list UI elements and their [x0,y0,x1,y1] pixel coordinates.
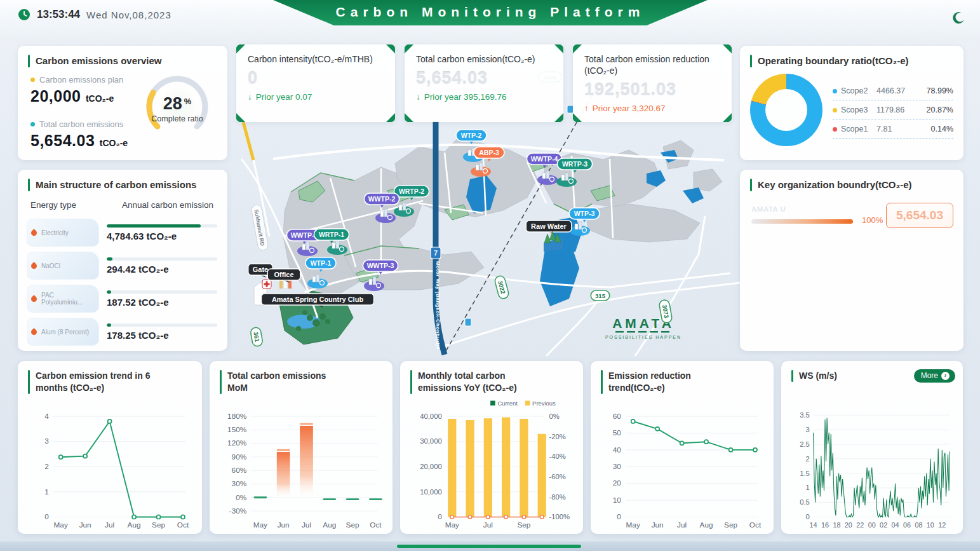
data-point [132,515,136,519]
x-tick-label: Oct [177,520,189,529]
previous-bar [520,419,528,517]
complete-ratio-gauge: 28% Complete ratio [135,67,220,142]
card-title: Monthly total carbon emissions YoY (tCO₂… [400,361,583,394]
energy-bar-track [107,257,217,261]
total-value: 5,654.03 tCO₂-e [30,132,142,150]
card-title-text: WS (m/s) [799,370,837,382]
y-tick-label: 0.5 [800,498,810,506]
corner-mark [236,44,245,53]
flame-icon [30,229,38,237]
data-point [729,448,733,452]
series-line [633,421,755,450]
scope-percent: 0.14% [931,125,953,133]
structure-rows: Electricity 4,784.63 tCO₂-e NaOCl 294.42… [18,210,227,348]
carbon-dashboard: 7 Motor Way (Bangkok-Chonburi) Sukhumvit… [0,0,980,551]
arrow-down-icon: ↓ [416,92,420,102]
data-point [753,448,757,452]
yoy-point [450,515,454,519]
data-point [704,440,708,444]
scope-name: Scope3 [841,105,876,114]
corner-mark [236,113,245,122]
top-bar: Carbon Monitoring Platform 13:53:44 Wed … [0,0,980,39]
corner-mark [554,113,563,122]
flame-icon [30,328,38,336]
x-tick-label: 22 [856,521,864,529]
energy-value: 294.42 tCO₂-e [107,264,217,275]
facility-label: WWTP-3 [367,262,394,269]
energy-bar-fill [107,323,111,327]
y-tick-label: 0 [438,513,441,520]
y2-tick-label: -60% [549,473,566,480]
corner-mark [554,44,563,53]
x-tick-label: 02 [880,521,887,529]
y-tick-label: 20 [613,479,622,487]
motorway-label: Motor Way (Bangkok-Chonburi) [435,261,441,346]
kpi-value: 5,654.03 [405,65,563,88]
col-annual-emission: Annual carbon emission [122,200,213,210]
card-title: Total carbon emissions MoM [210,361,393,394]
title-bar [750,55,752,67]
x-tick-label: 16 [821,521,829,529]
energy-row: NaOCl 294.42 tCO₂-e [27,249,217,282]
energy-tile: Electricity [27,219,99,247]
trend6-chart-card: Carbon emission trend in 6 months (tCO₂-… [18,361,202,534]
y-tick-label: 180% [227,412,247,420]
y-tick-label: 0 [617,512,621,520]
x-tick-label: May [253,520,267,529]
facility-label: WWTP-4 [531,155,558,163]
y-tick-label: 10,000 [420,488,442,496]
x-tick-label: Jun [278,520,290,529]
yoy-point [504,515,508,519]
kpi-delta: ↓Prior year 395,169.76 [405,88,563,102]
facility-label: ABP-3 [479,149,499,156]
corner-mark [405,44,413,53]
ws-chart: 00.511.522.533.5141618202200020406081012 [782,396,962,533]
col-energy-type: Energy type [30,200,76,210]
org-progress-bar [751,219,853,224]
kpi-value: 192,501.03 [573,76,732,100]
y-tick-label: 50 [613,428,622,437]
scope-dot-icon [833,108,837,112]
facility-label: WTP-2 [461,132,482,139]
x-tick-label: May [626,520,640,529]
x-tick-label: 08 [915,521,922,529]
card-title: Carbon emission trend in 6 months (tCO₂-… [18,361,202,394]
more-button[interactable]: More› [914,369,955,383]
x-tick-label: Aug [700,520,713,529]
y-tick-label: 60% [232,466,247,474]
kpi-delta-text: Prior year 3,320.67 [593,104,666,113]
scope-legend-row: Scope1 7.81 0.14% [833,119,953,139]
kpi-title: Total carbon emission reduction (tCO₂-e) [573,44,732,76]
structure-header: Energy type Annual carbon emission [18,191,227,210]
mom-cap [300,423,313,425]
motorway-number: 7 [434,249,438,257]
y-tick-label: 40,000 [420,412,442,420]
mom-chart-card: Total carbon emissions MoM 180%150%120%9… [210,361,393,534]
previous-bar [448,419,456,517]
place-label-text: Amata Spring Country Club [272,296,364,303]
data-point [181,515,185,519]
motorway-shield: 7 [431,247,441,259]
energy-value: 178.25 tCO₂-e [107,330,217,341]
title-bar [791,370,793,382]
x-tick-label: Aug [128,520,141,529]
series-line [61,421,183,517]
energy-bar-fill [107,257,112,261]
scope-percent: 78.99% [927,86,953,95]
kpi-card-total-emission: Total carbon emission(tCO₂-e) 5,654.03 ↓… [405,44,563,122]
previous-bar [538,434,546,517]
footer-accent [397,545,581,548]
x-tick-label: 04 [892,521,899,529]
mom-cap [277,449,290,451]
moon-icon[interactable] [951,10,966,25]
title-bar [410,370,412,394]
scope-value: 4466.37 [876,86,927,95]
energy-value-block: 187.52 tCO₂-e [107,290,217,308]
scope-name: Scope1 [841,125,876,133]
scope-donut-chart [750,74,822,146]
red-cross-icon [262,280,271,289]
scope-value: 7.81 [876,125,931,133]
chevron-right-icon: › [941,372,950,380]
energy-value: 4,784.63 tCO₂-e [107,231,217,241]
mom-dash [369,498,382,500]
